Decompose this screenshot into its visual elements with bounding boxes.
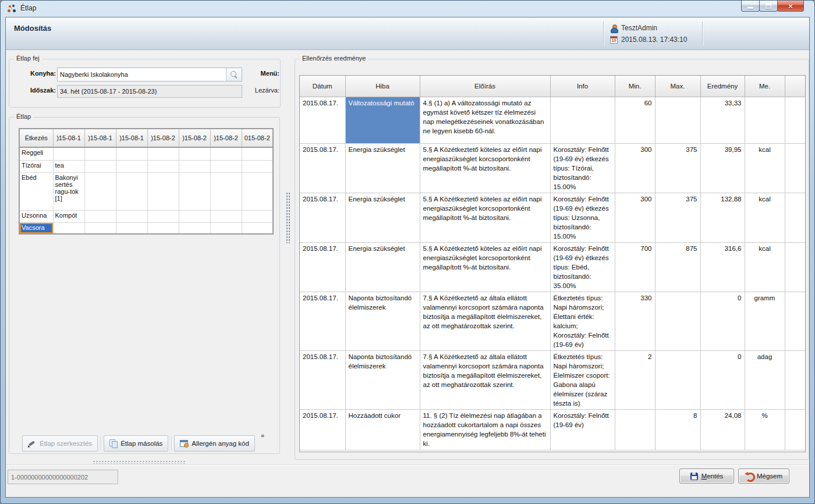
cell-hiba: Naponta biztosítandó élelmiszerek (345, 292, 420, 350)
allergen-window-icon (180, 440, 188, 447)
minimize-button[interactable] (741, 1, 760, 12)
date-column-header[interactable]: )15-08-2 (210, 129, 242, 147)
date-column-header[interactable]: )15-08-2 (147, 129, 179, 147)
toolbar-overflow-chevron-icon[interactable]: » (261, 432, 264, 439)
menu-cell[interactable] (147, 172, 179, 210)
menu-cell[interactable] (84, 222, 116, 234)
menu-cell[interactable]: Kompót (53, 210, 84, 222)
menu-cell[interactable] (147, 222, 179, 234)
menu-cell[interactable]: Bakonyi sertés ragu-tok [1] (53, 172, 84, 210)
date-column-header[interactable]: )15-08-1 (53, 129, 84, 147)
cancel-button-label: Mégsem (757, 473, 782, 480)
undo-arrow-icon (745, 472, 753, 480)
meal-column-header[interactable]: Étkezés (19, 129, 53, 147)
meal-name-cell[interactable]: Reggeli (19, 147, 53, 160)
menu-cell[interactable] (242, 147, 273, 160)
meal-name-cell[interactable]: Ebéd (19, 172, 53, 210)
etlap-group-label: Étlap (14, 113, 33, 120)
menu-cell[interactable] (147, 160, 179, 172)
menu-cell[interactable] (210, 160, 242, 172)
application-window: Étlap × Módosítás TesztAdmin 2015.08.13.… (0, 0, 815, 504)
date-column-header[interactable]: 015-08-2 (242, 129, 273, 147)
menu-cell[interactable] (179, 160, 210, 172)
date-column-header[interactable]: )15-08-1 (84, 129, 116, 147)
menu-cell[interactable]: tea (53, 160, 84, 172)
idoszak-field (57, 85, 242, 98)
menu-cell[interactable] (210, 210, 242, 222)
menu-cell[interactable] (179, 172, 210, 210)
menu-cell[interactable] (242, 210, 273, 222)
cell-max (655, 292, 700, 350)
col-header-eloiras[interactable]: Előírás (420, 76, 550, 97)
window-title: Étlap (20, 4, 36, 12)
menu-cell[interactable] (210, 172, 242, 210)
save-button[interactable]: Mentés (679, 468, 734, 484)
menu-cell[interactable] (179, 222, 210, 234)
menu-cell[interactable] (147, 147, 179, 160)
meal-name-cell-selected[interactable]: Vacsora (19, 222, 53, 234)
cell-min: 700 (615, 242, 655, 292)
minimize-icon (747, 7, 753, 9)
close-button[interactable]: × (777, 1, 804, 12)
menu-cell[interactable] (84, 210, 116, 222)
menu-cell[interactable] (210, 147, 242, 160)
toolbar-separator (101, 436, 101, 450)
menu-cell[interactable] (116, 147, 147, 160)
ellenorzes-group-label: Ellenőrzés eredménye (300, 55, 368, 62)
titlebar: Étlap × (1, 1, 814, 17)
col-header-max[interactable]: Max. (655, 76, 700, 97)
maximize-button[interactable] (759, 1, 778, 12)
result-row[interactable]: 2015.08.17. Energia szükséglet 5.§ A Köz… (300, 193, 806, 242)
menu-cell[interactable] (210, 222, 242, 234)
menu-row-tizorai: Tízórai tea (19, 160, 273, 172)
floppy-disk-icon (690, 473, 698, 480)
cancel-button[interactable]: Mégsem (738, 468, 789, 484)
menu-cell[interactable] (179, 147, 210, 160)
menu-cell[interactable] (242, 160, 273, 172)
menu-cell[interactable] (116, 210, 147, 222)
meal-name-cell[interactable]: Uzsonna (19, 210, 53, 222)
col-header-me[interactable]: Me. (745, 76, 785, 97)
menu-cell[interactable] (53, 222, 84, 234)
etlap-masolas-button[interactable]: Étlap másolás (104, 435, 168, 452)
idoszak-input[interactable] (58, 86, 242, 97)
result-row[interactable]: 2015.08.17. Változatossági mutató 4.§ (1… (300, 97, 806, 143)
konyha-input[interactable] (58, 68, 226, 81)
result-row[interactable]: 2015.08.17. Naponta biztosítandó élelmis… (300, 350, 806, 409)
col-header-eredmeny[interactable]: Eredmény (700, 76, 745, 97)
menu-cell[interactable] (242, 222, 273, 234)
col-header-hiba[interactable]: Hiba (345, 76, 420, 97)
col-header-datum[interactable]: Dátum (300, 76, 345, 97)
cell-eloiras: 5.§ A Közétkeztető köteles az előírt nap… (420, 143, 550, 193)
etlap-szerkesztes-button[interactable]: Étlap szerkesztés (22, 435, 98, 452)
record-id-input[interactable] (8, 470, 118, 484)
result-row[interactable]: 2015.08.17. Hozzáadott cukor 11. § (2) T… (300, 409, 806, 450)
menu-cell[interactable] (84, 160, 116, 172)
result-row[interactable]: 2015.08.17. Naponta biztosítandó élelmis… (300, 292, 806, 350)
horizontal-splitter[interactable] (93, 460, 186, 464)
vertical-splitter[interactable] (286, 192, 290, 243)
cell-datum: 2015.08.17. (300, 292, 345, 350)
allergen-anyag-kod-label: Allergén anyag kód (192, 440, 249, 447)
result-row[interactable]: 2015.08.17. Energia szükséglet 5.§ A Köz… (300, 143, 806, 193)
menu-cell[interactable] (53, 147, 84, 160)
menu-cell[interactable] (116, 172, 147, 210)
menu-cell[interactable] (116, 160, 147, 172)
col-header-info[interactable]: Info (550, 76, 615, 97)
col-header-min[interactable]: Min. (615, 76, 655, 97)
allergen-anyag-kod-button[interactable]: Allergén anyag kód (174, 435, 254, 452)
result-row[interactable]: 2015.08.17. Energia szükséglet 5.§ A Köz… (300, 242, 806, 292)
menu-cell[interactable] (84, 147, 116, 160)
idoszak-label: Időszak: (30, 87, 56, 94)
cell-info (550, 97, 615, 143)
menu-cell[interactable] (147, 210, 179, 222)
menu-cell[interactable] (116, 222, 147, 234)
date-column-header[interactable]: )15-08-1 (116, 129, 147, 147)
konyha-search-button[interactable] (226, 68, 242, 81)
meal-name-cell[interactable]: Tízórai (19, 160, 53, 172)
menu-cell[interactable] (242, 172, 273, 210)
menu-cell[interactable] (179, 210, 210, 222)
etlap-group: Étlap Étkezés )15-08-1 )15-08-1 )15-08-1… (9, 117, 280, 454)
date-column-header[interactable]: )15-08-2 (179, 129, 210, 147)
menu-cell[interactable] (84, 172, 116, 210)
